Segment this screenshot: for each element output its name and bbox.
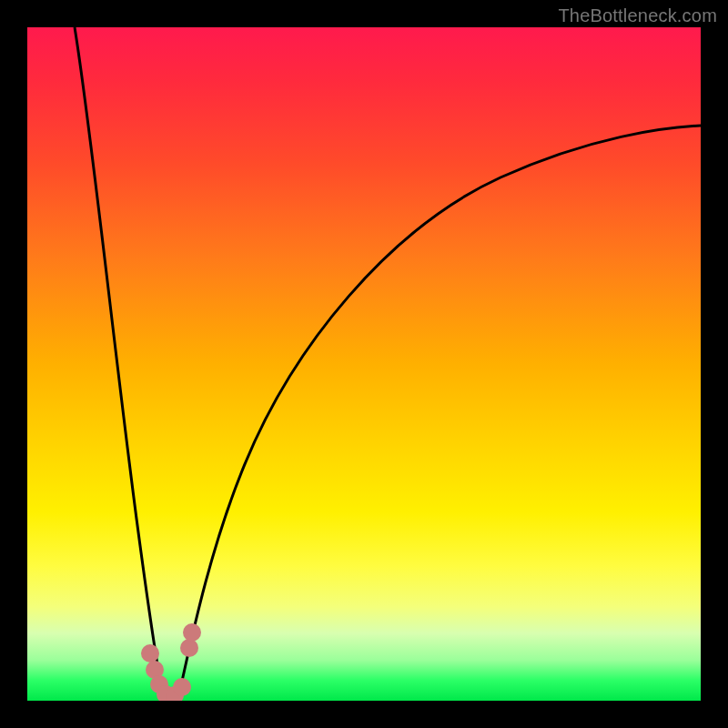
left-curve-path [75,27,164,701]
marker-dot [173,678,191,696]
right-curve [177,126,701,701]
chart-frame: TheBottleneck.com [0,0,728,728]
marker-dot [183,623,201,642]
watermark-text: TheBottleneck.com [558,5,717,26]
marker-dot [180,639,198,657]
plot-area [27,27,701,701]
curves-svg [27,27,701,701]
marker-cluster [141,623,201,701]
right-curve-path [177,126,701,701]
left-curve [75,27,164,701]
marker-dot [141,644,159,662]
